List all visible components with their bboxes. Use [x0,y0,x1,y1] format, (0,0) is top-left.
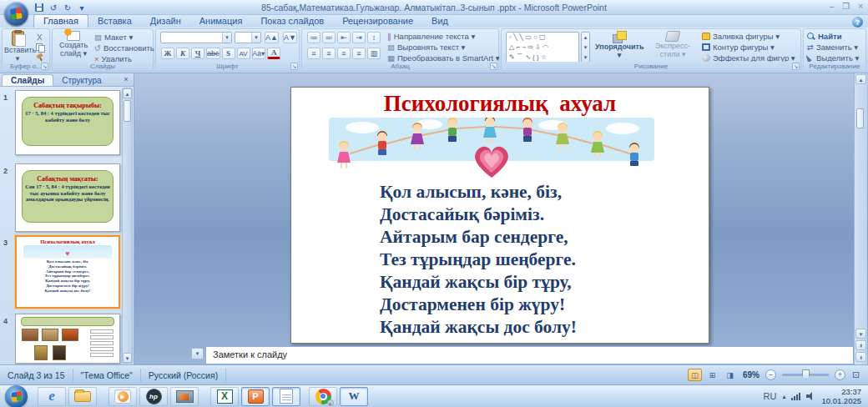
tab-pokaz-slaydov[interactable]: Показ слайдов [251,15,333,28]
previous-slide-button[interactable]: ⇞ [855,340,866,350]
tab-vstavka[interactable]: Вставка [88,15,141,28]
grow-font-button[interactable]: A▲ [265,32,279,43]
pane-tab-outline[interactable]: Структура [53,75,109,86]
tab-vid[interactable]: Вид [422,15,457,28]
shapes-scroll-up-icon[interactable]: ▲ [582,33,589,43]
help-icon[interactable]: ? [852,17,863,28]
replace-button[interactable]: ⇄Заменить ▾ [807,42,859,53]
pane-close-icon[interactable]: × [121,75,131,85]
bullets-button[interactable]: ≔ [307,32,320,43]
underline-button[interactable]: Ч [191,48,204,59]
shape-outline-button[interactable]: Контур фигуры ▾ [702,42,795,53]
network-signal-icon[interactable] [791,393,800,400]
shapes-row-2[interactable]: △ ⌐ ¬ ⇨ ⇩ ◠ [509,43,578,53]
scroll-up-icon[interactable]: ▲ [855,74,866,84]
clipboard-dialog-launcher[interactable]: ↘ [41,63,48,70]
volume-icon[interactable] [806,392,815,400]
shrink-font-button[interactable]: A▼ [283,32,297,43]
font-color-button[interactable]: А [267,48,280,59]
language-indicator[interactable]: Русский (Россия) [141,369,226,382]
zoom-level[interactable]: 69% [743,370,760,379]
align-left-button[interactable]: ≡ [307,48,320,59]
tab-glavnaya[interactable]: Главная [33,14,88,28]
drawing-dialog-launcher[interactable]: ↘ [792,63,800,70]
align-right-button[interactable]: ≡ [337,48,351,59]
justify-button[interactable]: ≡ [352,48,366,59]
taskbar-photo-app[interactable] [170,387,199,406]
align-center-button[interactable]: ≡ [322,48,336,59]
tray-expand-icon[interactable]: ▴ [782,393,785,400]
slideshow-view-button[interactable]: ◨ [723,369,737,381]
bold-button[interactable]: Ж [161,48,174,59]
strikethrough-button[interactable]: abc [206,48,220,59]
scroll-thumb[interactable] [856,108,864,128]
tray-clock[interactable]: 23:37 10.01.2025 [821,387,861,405]
zoom-in-button[interactable]: + [835,369,845,380]
change-case-button[interactable]: Aa▾ [252,48,266,59]
reset-slide-button[interactable]: ↺Восстановить [94,43,154,53]
slide-thumbnail-2[interactable]: Сабақтың мақсаты: Сен 17 · 5, 84 : 4 түр… [15,163,120,232]
taskbar-chrome[interactable]: s [309,387,337,406]
main-vertical-scrollbar[interactable]: ▲ ▼ ⇞ ⇟ [854,73,867,364]
line-spacing-button[interactable]: ↕ [367,32,381,43]
slide-thumbnail-1[interactable]: Сабақтың тақырыбы: 17 · 5, 84 : 4 түрінд… [15,90,120,155]
taskbar-internet-explorer[interactable]: e [38,387,66,406]
numbering-button[interactable]: ≕ [322,32,336,43]
paste-button[interactable]: Вставить▾ [4,31,31,63]
new-slide-button[interactable]: Создатьслайд ▾ [54,31,93,58]
decrease-indent-button[interactable]: ⇤ [337,32,351,43]
taskbar-powerpoint[interactable]: P [241,387,270,406]
format-painter-button[interactable] [34,52,45,62]
redo-button[interactable]: ↻ [62,3,73,13]
layout-button[interactable]: ▤Макет ▾ [94,32,154,43]
shapes-row-1[interactable]: ▫ ╲ ╲ ▭ ○ ▢ [509,33,578,43]
columns-button[interactable]: ▥ [367,48,381,59]
pane-scrollbar[interactable]: ▲ ▼ [122,88,133,364]
undo-button[interactable]: ↺ [48,3,59,13]
arrange-button[interactable]: Упорядочить ▾ [595,31,643,59]
italic-button[interactable]: К [176,48,189,59]
pane-scroll-thumb[interactable] [124,100,131,122]
pane-scroll-up-icon[interactable]: ▲ [123,88,132,98]
normal-view-button[interactable]: ◫ [688,369,702,381]
notes-splitter-button[interactable]: ▼ [191,348,204,359]
tab-dizayn[interactable]: Дизайн [141,15,190,28]
slide-thumbnail-4[interactable] [15,314,120,364]
slide-thumbnail-3-selected[interactable]: Психологиялық ахуал ♥ Қол алысып, кәне, … [15,235,120,309]
zoom-slider[interactable] [782,374,829,376]
zoom-slider-thumb[interactable] [802,369,810,379]
slide-canvas[interactable]: Психологиялық ахуал [290,87,709,344]
quick-styles-button[interactable]: Экспресс-стили ▾ [647,31,699,58]
find-button[interactable]: Найти [807,31,859,42]
taskbar-word[interactable]: W [340,387,368,406]
text-shadow-button[interactable]: S [222,48,235,59]
shapes-scroll-down-icon[interactable]: ▼ [582,43,589,53]
fit-to-window-button[interactable]: ⊡ [849,369,863,381]
slide-sorter-view-button[interactable]: ⊞ [705,369,719,381]
qat-customize-button[interactable]: ▾ [76,3,88,13]
font-dialog-launcher[interactable]: ↘ [290,63,298,70]
taskbar-media-player[interactable]: ▶ [108,387,137,406]
font-size-combo[interactable]: ▾ [235,32,261,43]
keyboard-language[interactable]: RU [764,391,777,401]
pane-scroll-down-icon[interactable]: ▼ [123,353,132,363]
character-spacing-button[interactable]: AV [237,48,250,59]
zoom-out-button[interactable]: − [765,369,776,380]
start-button[interactable] [5,385,28,407]
paragraph-dialog-launcher[interactable]: ↘ [490,63,497,70]
taskbar-explorer[interactable] [68,387,97,406]
tab-recenzirovanie[interactable]: Рецензирование [333,15,422,28]
tab-animaciya[interactable]: Анимация [190,15,252,28]
notes-input[interactable]: Заметки к слайду [205,346,854,364]
increase-indent-button[interactable]: ⇥ [352,32,366,43]
taskbar-excel[interactable]: X [210,387,239,406]
pane-tab-slides[interactable]: Слайды [2,74,53,86]
slide-poem-textbox[interactable]: Қол алысып, кәне, біз, Достасайық бәрімі… [380,181,577,339]
office-button[interactable] [4,2,28,26]
restore-button[interactable]: ❒ [842,2,850,11]
text-direction-button[interactable]: ∥Направление текста ▾ [387,31,500,42]
shapes-gallery[interactable]: ▫ ╲ ╲ ▭ ○ ▢ △ ⌐ ¬ ⇨ ⇩ ◠ ✎ ⌒ ∿ { } ☆ [506,32,579,63]
slide-title[interactable]: Психологиялық ахуал [291,91,709,117]
scroll-down-icon[interactable]: ▼ [855,329,866,339]
theme-name[interactable]: "Тема Office" [73,369,141,382]
